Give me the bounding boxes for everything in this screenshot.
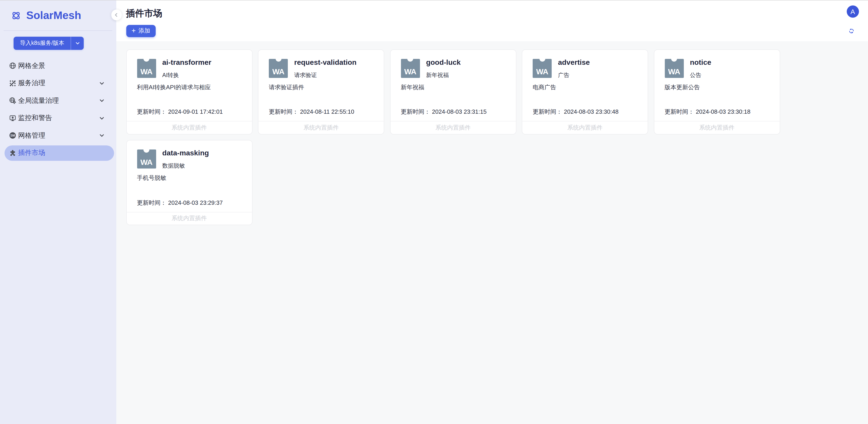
globe-icon (9, 62, 16, 69)
plugin-alias: AI转换 (162, 72, 179, 79)
sidebar-item-全局流量治理[interactable]: 全局流量治理 (0, 92, 116, 109)
plugin-updated-time: 更新时间：2024-08-11 22:55:10 (269, 108, 354, 116)
sidebar-item-网格管理[interactable]: SM网格管理 (0, 127, 116, 144)
plugin-card[interactable]: WA good-luck 新年祝福 新年祝福 更新时间：2024-08-03 2… (390, 49, 516, 134)
plugin-card[interactable]: WA ai-transformer AI转换 利用AI转换API的请求与相应 更… (126, 49, 252, 134)
wasm-badge-notch (275, 56, 281, 62)
svg-text:SM: SM (10, 134, 15, 138)
plugin-name: ai-transformer (162, 58, 211, 66)
updated-value: 2024-08-03 23:29:37 (168, 199, 223, 206)
plugin-alias: 新年祝福 (426, 72, 449, 79)
plugin-name: request-validation (294, 58, 356, 66)
updated-value: 2024-08-03 23:30:18 (696, 108, 750, 115)
plugin-card[interactable]: WA notice 公告 版本更新公告 更新时间：2024-08-03 23:3… (654, 49, 780, 134)
builtin-plugin-badge: 系统内置插件 (654, 121, 779, 134)
plugin-name: good-luck (426, 58, 461, 66)
refresh-button[interactable] (848, 27, 855, 34)
chevron-left-icon (114, 12, 119, 18)
updated-label: 更新时间： (269, 108, 298, 115)
plugin-description: 电商广告 (533, 83, 640, 91)
plugin-description: 新年祝福 (401, 83, 508, 91)
atom-logo-icon (11, 10, 21, 21)
plus-icon: + (131, 27, 136, 35)
sidebar-divider (4, 30, 112, 31)
chevron-down-icon (99, 115, 104, 121)
sidebar-menu: 网格全景服务治理全局流量治理监控和警告SM网格管理插件市场 (0, 57, 116, 162)
content-area: WA ai-transformer AI转换 利用AI转换API的请求与相应 更… (116, 41, 868, 424)
import-k8s-label: 导入k8s服务/版本 (13, 37, 71, 50)
import-dropdown-toggle[interactable] (71, 37, 84, 50)
chevron-down-icon (99, 98, 104, 104)
app-root: SolarMesh 导入k8s服务/版本 网格全景服务治理全局流量治理监控和警告… (0, 0, 868, 424)
plugin-updated-time: 更新时间：2024-08-03 23:31:15 (401, 108, 487, 116)
brand-logo: SolarMesh (11, 9, 81, 22)
wasm-badge-notch (144, 56, 149, 62)
wasm-badge-notch (539, 56, 545, 62)
add-plugin-button[interactable]: + 添加 (126, 25, 156, 37)
updated-label: 更新时间： (137, 108, 166, 115)
user-avatar[interactable]: A (846, 5, 859, 18)
wasm-badge-icon: WA (137, 59, 156, 78)
plugin-updated-time: 更新时间：2024-09-01 17:42:01 (137, 108, 223, 116)
chevron-down-icon (99, 81, 104, 86)
service-dots-icon (9, 80, 16, 87)
wasm-badge-icon: WA (664, 59, 684, 78)
plugin-updated-time: 更新时间：2024-08-03 23:30:18 (664, 108, 750, 116)
sidebar-item-label: 网格全景 (18, 62, 45, 70)
sm-circle-icon: SM (9, 132, 16, 139)
sidebar-item-label: 服务治理 (18, 79, 45, 88)
sidebar-item-网格全景[interactable]: 网格全景 (0, 57, 116, 75)
builtin-plugin-badge: 系统内置插件 (126, 121, 252, 134)
builtin-plugin-badge: 系统内置插件 (522, 121, 648, 134)
updated-value: 2024-08-11 22:55:10 (300, 108, 354, 115)
chevron-down-icon (75, 41, 80, 46)
wasm-badge-notch (407, 56, 413, 62)
page-title: 插件市场 (126, 7, 162, 20)
chevron-down-icon (99, 133, 104, 138)
updated-value: 2024-08-03 23:31:15 (432, 108, 487, 115)
sidebar-item-label: 全局流量治理 (18, 96, 59, 105)
plugin-description: 版本更新公告 (664, 83, 772, 91)
updated-label: 更新时间： (401, 108, 430, 115)
updated-label: 更新时间： (664, 108, 694, 115)
builtin-plugin-badge: 系统内置插件 (258, 121, 384, 134)
updated-value: 2024-09-01 17:42:01 (168, 108, 223, 115)
plugin-name: advertise (558, 58, 590, 66)
avatar-letter: A (850, 8, 855, 16)
builtin-plugin-badge: 系统内置插件 (126, 212, 252, 225)
plugin-name: notice (690, 58, 711, 66)
sidebar-item-label: 监控和警告 (18, 114, 52, 122)
globe-gear-icon (9, 97, 16, 105)
plugin-description: 手机号脱敏 (137, 174, 245, 182)
sidebar-item-label: 网格管理 (18, 131, 45, 140)
wasm-badge-notch (671, 56, 677, 62)
wasm-badge-icon: WA (401, 59, 420, 78)
updated-label: 更新时间： (533, 108, 562, 115)
import-k8s-button[interactable]: 导入k8s服务/版本 (13, 37, 84, 50)
sidebar-item-插件市场[interactable]: 插件市场 (4, 144, 114, 162)
plugin-alias: 广告 (558, 72, 569, 79)
updated-value: 2024-08-03 23:30:48 (564, 108, 618, 115)
wasm-badge-notch (144, 146, 149, 152)
plugin-card[interactable]: WA request-validation 请求验证 请求验证插件 更新时间：2… (258, 49, 384, 134)
sidebar-item-服务治理[interactable]: 服务治理 (0, 75, 116, 92)
page-header: 插件市场 A + 添加 (116, 0, 868, 41)
wasm-badge-icon: WA (137, 149, 156, 169)
monitor-bell-icon (9, 115, 16, 122)
plugin-name: data-masking (162, 149, 209, 157)
builtin-plugin-badge: 系统内置插件 (390, 121, 516, 134)
plugin-alias: 公告 (690, 72, 701, 79)
plugin-card[interactable]: WA advertise 广告 电商广告 更新时间：2024-08-03 23:… (522, 49, 648, 134)
brand-name: SolarMesh (26, 9, 81, 22)
sidebar-item-监控和警告[interactable]: 监控和警告 (0, 109, 116, 127)
plugin-description: 请求验证插件 (269, 83, 376, 91)
plugin-card[interactable]: WA data-masking 数据脱敏 手机号脱敏 更新时间：2024-08-… (126, 140, 252, 225)
plugin-alias: 数据脱敏 (162, 162, 185, 170)
refresh-icon (848, 27, 855, 34)
sidebar-item-label: 插件市场 (18, 149, 45, 158)
sidebar: SolarMesh 导入k8s服务/版本 网格全景服务治理全局流量治理监控和警告… (0, 0, 116, 424)
plugin-updated-time: 更新时间：2024-08-03 23:29:37 (137, 199, 223, 207)
plugin-alias: 请求验证 (294, 72, 317, 79)
plugin-updated-time: 更新时间：2024-08-03 23:30:48 (533, 108, 618, 116)
sidebar-collapse-button[interactable] (111, 9, 122, 20)
